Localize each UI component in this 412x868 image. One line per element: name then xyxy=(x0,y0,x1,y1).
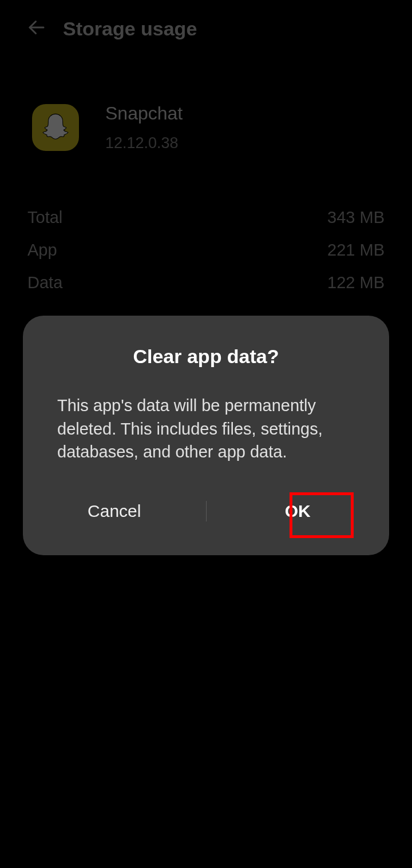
stat-value: 343 MB xyxy=(327,208,385,227)
dialog-title: Clear app data? xyxy=(23,345,389,368)
stat-label: App xyxy=(27,241,57,260)
cancel-button[interactable]: Cancel xyxy=(23,490,206,532)
stat-label: Data xyxy=(27,273,62,292)
stat-row-total: Total 343 MB xyxy=(27,208,385,227)
ok-button[interactable]: OK xyxy=(207,490,390,532)
stat-row-data: Data 122 MB xyxy=(27,273,385,292)
stat-row-app: App 221 MB xyxy=(27,241,385,260)
dialog-body: This app's data will be permanently dele… xyxy=(23,394,389,464)
page-title: Storage usage xyxy=(63,18,197,40)
clear-data-dialog: Clear app data? This app's data will be … xyxy=(23,316,389,555)
app-version: 12.12.0.38 xyxy=(105,134,183,152)
storage-stats: Total 343 MB App 221 MB Data 122 MB xyxy=(0,175,412,328)
stat-value: 122 MB xyxy=(327,273,385,292)
header: Storage usage xyxy=(0,0,412,57)
snapchat-icon xyxy=(32,104,79,151)
stat-value: 221 MB xyxy=(327,241,385,260)
dialog-button-row: Cancel OK xyxy=(23,490,389,546)
app-info-block: Snapchat 12.12.0.38 xyxy=(0,57,412,175)
stat-label: Total xyxy=(27,208,62,227)
back-arrow-icon[interactable] xyxy=(26,17,47,40)
app-name: Snapchat xyxy=(105,103,183,124)
